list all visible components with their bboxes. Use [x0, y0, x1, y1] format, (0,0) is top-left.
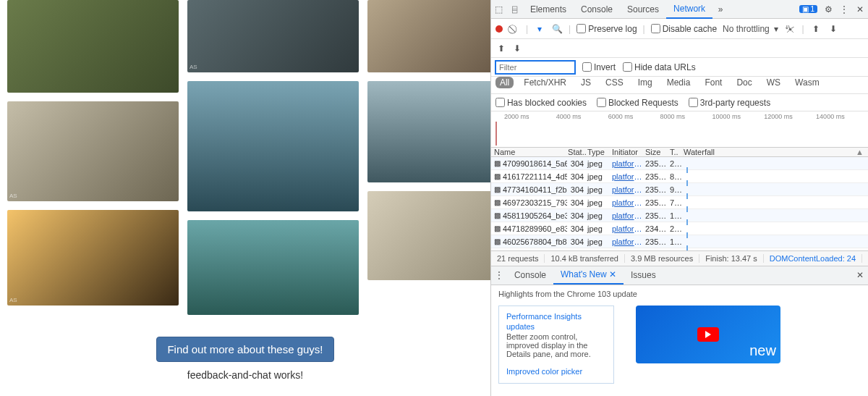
- type-media[interactable]: Media: [663, 77, 695, 88]
- status-domcontent: DOMContentLoaded: 24: [770, 254, 862, 263]
- network-conditions-icon[interactable]: ⏧: [784, 24, 796, 34]
- tab-sources[interactable]: Sources: [620, 0, 666, 19]
- devtools-panel: ⬚ ⌸ Elements Console Sources Network » ▣…: [490, 0, 868, 396]
- thumb-leopardshark[interactable]: [367, 191, 490, 280]
- file-icon: ▩: [494, 211, 501, 220]
- table-row[interactable]: ▩47734160411_f2b6…304jpegplatform…235…9…: [491, 183, 868, 196]
- thumb-sunset[interactable]: AS: [7, 210, 179, 306]
- type-ws[interactable]: WS: [762, 77, 785, 88]
- col-name: Name: [491, 148, 567, 156]
- type-all[interactable]: All: [495, 77, 514, 88]
- table-row[interactable]: ▩44718289960_e83…304jpegplatform…234…2…: [491, 222, 868, 235]
- drawer-tab-console[interactable]: Console: [507, 266, 553, 285]
- type-wasm[interactable]: Wasm: [791, 77, 824, 88]
- col-status: Stat..: [567, 148, 587, 156]
- type-js[interactable]: JS: [576, 77, 595, 88]
- import-icon[interactable]: ⬆: [810, 24, 822, 34]
- table-row[interactable]: ▩47099018614_5a6…304jpegplatform…235…2…: [491, 157, 868, 170]
- type-css[interactable]: CSS: [601, 77, 628, 88]
- file-icon: ▩: [494, 198, 501, 207]
- network-table: Name Stat.. Type Initiator Size T.. Wate…: [491, 148, 868, 250]
- device-mode-icon[interactable]: ⌸: [507, 4, 523, 14]
- type-doc[interactable]: Doc: [732, 77, 756, 88]
- table-row[interactable]: ▩41617221114_4d5…304jpegplatform…235…8…: [491, 170, 868, 183]
- table-row[interactable]: ▩46972303215_793…304jpegplatform…235…7…: [491, 196, 868, 209]
- perf-updates-link[interactable]: updates: [506, 322, 606, 331]
- file-icon: ▩: [494, 159, 501, 168]
- filter-icon[interactable]: ▾: [534, 24, 545, 34]
- table-row[interactable]: ▩46025678804_fb8c…304jpegplatform…235…1…: [491, 235, 868, 248]
- throttling-select[interactable]: No throttling ▾: [723, 24, 778, 34]
- status-requests: 21 requests: [497, 254, 545, 263]
- col-waterfall: Waterfall▲: [683, 148, 868, 156]
- status-transferred: 10.4 kB transferred: [550, 254, 625, 263]
- tab-network[interactable]: Network: [666, 0, 712, 19]
- play-icon[interactable]: [697, 327, 719, 342]
- upload-har-icon[interactable]: ⬆: [495, 43, 507, 54]
- drawer-close-icon[interactable]: ✕: [852, 270, 868, 280]
- filter-input[interactable]: [495, 61, 575, 74]
- drawer-body: Highlights from the Chrome 103 update Pe…: [491, 285, 868, 397]
- clear-icon[interactable]: ⃠: [509, 24, 520, 34]
- search-icon[interactable]: 🔍: [551, 24, 563, 34]
- download-har-icon[interactable]: ⬇: [511, 43, 523, 54]
- settings-icon[interactable]: ⚙: [820, 4, 836, 14]
- status-finish: Finish: 13.47 s: [705, 254, 764, 263]
- table-header[interactable]: Name Stat.. Type Initiator Size T.. Wate…: [491, 148, 868, 157]
- image-grid: AS AS AS: [7, 0, 483, 315]
- chrome-promo[interactable]: new: [636, 306, 780, 363]
- preserve-log-checkbox[interactable]: Preserve log: [576, 24, 637, 34]
- thumb-seadragon[interactable]: [187, 220, 359, 315]
- inspect-icon[interactable]: ⬚: [491, 4, 507, 14]
- feedback-text: feedback-and-chat works!: [7, 369, 483, 381]
- hide-data-urls-checkbox[interactable]: Hide data URLs: [623, 62, 696, 72]
- file-icon: ▩: [494, 237, 501, 246]
- status-resources: 3.9 MB resources: [631, 254, 699, 263]
- thumb-booby[interactable]: AS: [7, 101, 179, 201]
- blocked-cookies-checkbox[interactable]: Has blocked cookies: [495, 98, 587, 108]
- network-toolbar: ⃠ | ▾ 🔍 | Preserve log | Disable cache N…: [491, 19, 868, 39]
- extra-filters: Has blocked cookies Blocked Requests 3rd…: [491, 94, 868, 111]
- record-icon[interactable]: [495, 25, 503, 33]
- thumb-iguana[interactable]: [367, 0, 490, 72]
- drawer-tabbar: ⋮ Console What's New ✕ Issues ✕: [491, 266, 868, 285]
- network-filter-bar: Invert Hide data URLs: [491, 58, 868, 77]
- thumb-tortoise[interactable]: AS: [187, 0, 359, 72]
- file-icon: ▩: [494, 185, 501, 194]
- thumb-whaleshark[interactable]: [187, 81, 359, 211]
- find-out-more-button[interactable]: Find out more about these guys!: [156, 337, 333, 362]
- file-icon: ▩: [494, 224, 501, 233]
- app-gallery: AS AS AS Find out more about these guys!…: [0, 0, 490, 396]
- perf-body: Better zoom control, improved display in…: [506, 332, 606, 358]
- devtools-tabbar: ⬚ ⌸ Elements Console Sources Network » ▣…: [491, 0, 868, 19]
- tab-elements[interactable]: Elements: [523, 0, 574, 19]
- type-fetch[interactable]: Fetch/XHR: [519, 77, 571, 88]
- disable-cache-checkbox[interactable]: Disable cache: [651, 24, 717, 34]
- drawer-tab-issues[interactable]: Issues: [624, 266, 663, 285]
- timeline-overview[interactable]: 2000 ms 4000 ms 6000 ms 8000 ms 10000 ms…: [491, 111, 868, 148]
- thumb-manta[interactable]: [367, 81, 490, 182]
- table-row[interactable]: ▩45811905264_be3…304jpegplatform…235…1…: [491, 209, 868, 222]
- perf-insights-link[interactable]: Performance Insights: [506, 312, 606, 321]
- third-party-checkbox[interactable]: 3rd-party requests: [689, 98, 770, 108]
- insights-card[interactable]: Performance Insights updates Better zoom…: [498, 306, 614, 384]
- color-picker-link[interactable]: Improved color picker: [506, 367, 606, 376]
- col-size: Size: [645, 148, 670, 156]
- blocked-requests-checkbox[interactable]: Blocked Requests: [597, 98, 678, 108]
- network-status-bar: 21 requests 10.4 kB transferred 3.9 MB r…: [491, 250, 868, 266]
- type-img[interactable]: Img: [634, 77, 657, 88]
- type-font[interactable]: Font: [700, 77, 726, 88]
- thumb-koala[interactable]: [7, 0, 179, 93]
- close-icon[interactable]: ✕: [852, 4, 868, 14]
- col-initiator: Initiator: [612, 148, 645, 156]
- drawer-menu-icon[interactable]: ⋮: [491, 270, 507, 280]
- col-time: T..: [670, 148, 683, 156]
- invert-checkbox[interactable]: Invert: [582, 62, 616, 72]
- tab-console[interactable]: Console: [574, 0, 620, 19]
- issues-badge[interactable]: ▣ 1: [799, 5, 817, 13]
- more-tabs-icon[interactable]: »: [712, 4, 728, 14]
- export-icon[interactable]: ⬇: [827, 24, 839, 34]
- drawer-tab-whatsnew[interactable]: What's New ✕: [553, 266, 624, 285]
- network-toolbar2: ⬆ ⬇: [491, 39, 868, 58]
- kebab-menu-icon[interactable]: ⋮: [836, 4, 852, 14]
